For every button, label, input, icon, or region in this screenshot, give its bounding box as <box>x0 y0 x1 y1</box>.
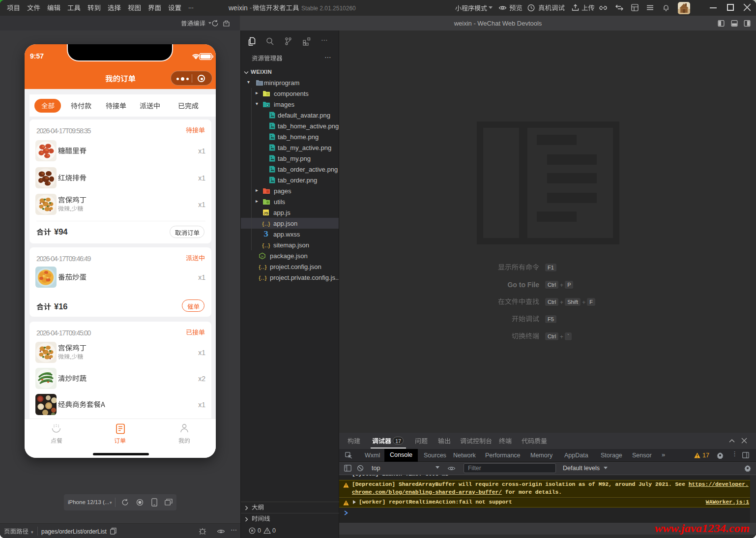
svg-text:js: js <box>261 254 263 258</box>
svg-text:JS: JS <box>263 211 268 215</box>
